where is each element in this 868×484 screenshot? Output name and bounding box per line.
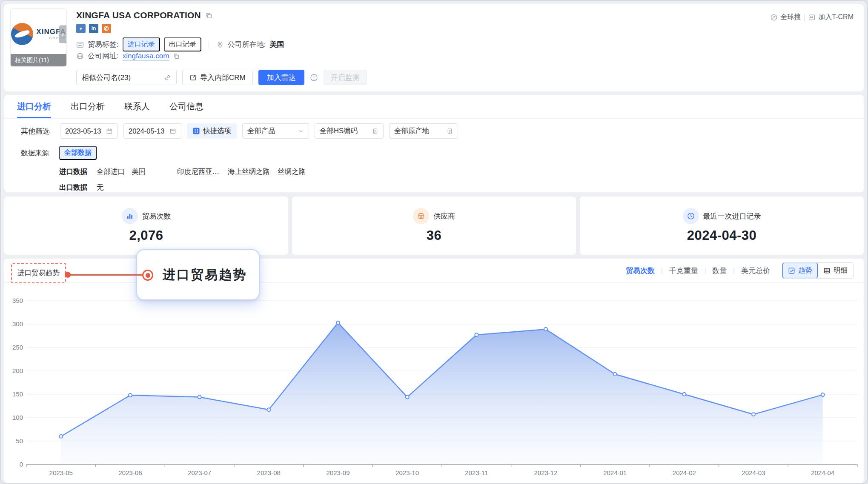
linkedin-icon[interactable]: in [89,24,98,33]
view-trend-button[interactable]: 趋势 [782,263,818,278]
metric-trade-count[interactable]: 贸易次数 [626,266,655,276]
logo-next-arrow[interactable]: › [59,25,66,43]
tab-import-analysis[interactable]: 进口分析 [17,95,51,118]
copy-company-name-icon[interactable] [205,12,212,19]
svg-text:2023-10: 2023-10 [395,469,419,476]
view-detail-button[interactable]: 明细 [818,263,853,278]
add-radar-button[interactable]: 加入雷达 [258,70,304,85]
table-icon [823,267,831,274]
date-start-input[interactable]: 2023-05-13 [60,123,118,139]
svg-text:150: 150 [12,390,23,398]
svg-text:2024-04: 2024-04 [811,469,834,476]
global-search-icon [770,14,778,21]
metric-kg-weight[interactable]: 千克重量 [669,266,698,276]
data-source-label: 数据来源 [21,148,59,158]
supplier-icon [413,208,429,224]
website-link[interactable]: xingfausa.com [123,52,169,60]
svg-text:2023-09: 2023-09 [326,469,349,476]
import-crm-button[interactable]: 导入内部CRM [182,70,253,85]
other-filter-label: 其他筛选 [21,126,54,136]
svg-text:2024-02: 2024-02 [673,469,696,476]
metric-usd-total[interactable]: 美元总价 [741,266,770,276]
svg-text:2024-03: 2024-03 [742,469,765,476]
trend-chart-card: 进口贸易趋势 贸易次数 | 千克重量 | 数量 | 美元总价 趋势 明细 [4,259,864,483]
tab-company-info[interactable]: 公司信息 [169,95,203,118]
app-window: XINGFA GROUP › 相关图片(11) XINGFA USA CORPO… [0,0,868,484]
stat-card-latest-import: 最近一次进口记录 2024-04-30 [580,196,864,255]
chart-header: 进口贸易趋势 贸易次数 | 千克重量 | 数量 | 美元总价 趋势 明细 [4,259,864,283]
svg-text:300: 300 [12,320,23,327]
tab-bar: 进口分析 出口分析 联系人 公司信息 [4,95,864,119]
divider [209,41,209,48]
import-data-row: 进口数据 全部进口 美国 印度尼西亚… 海上丝绸之路 丝绸之路 [4,167,864,177]
trend-chart-svg[interactable]: 0501001502002503003502023-052023-062023-… [4,283,865,483]
svg-text:2023-06: 2023-06 [118,469,142,476]
start-monitor-button[interactable]: 开启监测 [324,70,367,85]
export-data-label: 出口数据 [59,183,88,192]
info-icon[interactable] [310,74,318,82]
similar-companies-button[interactable]: 相似公司名(23) [76,70,177,85]
svg-text:2023-11: 2023-11 [465,469,488,476]
tab-contacts[interactable]: 联系人 [124,95,150,118]
link-icon [164,74,171,81]
company-header-card: XINGFA GROUP › 相关图片(11) XINGFA USA CORPO… [4,4,864,91]
product-select[interactable]: 全部产品 [242,123,309,139]
company-name: XINGFA USA CORPORATION [76,10,201,20]
bar-chart-icon [122,208,138,224]
document-icon [447,128,453,134]
export-record-tag[interactable]: 出口记录 [164,37,201,51]
trade-tag-icon [76,41,84,48]
source-item[interactable]: 丝绸之路 [278,167,306,177]
svg-text:2023-07: 2023-07 [188,469,211,476]
tcrm-icon [808,14,816,21]
svg-text:200: 200 [12,367,23,374]
stat-label: 供应商 [433,211,455,221]
svg-text:0: 0 [20,461,23,468]
date-end-input[interactable]: 2024-05-13 [123,123,181,139]
source-item[interactable]: 美国 [132,167,146,177]
origin-select[interactable]: 全部原产地 [389,123,458,139]
export-data-row: 出口数据 无 [4,183,864,192]
trade-tag-label: 贸易标签: [88,40,119,49]
location-label: 公司所在地: [228,40,266,49]
svg-text:2024-01: 2024-01 [603,469,627,476]
source-item[interactable]: 印度尼西亚… [177,167,219,177]
website-icon[interactable]: e [76,24,86,33]
svg-text:2023-05: 2023-05 [49,469,73,476]
svg-text:2023-12: 2023-12 [534,469,557,476]
import-data-label: 进口数据 [59,167,88,177]
svg-text:100: 100 [12,414,23,421]
tab-export-analysis[interactable]: 出口分析 [71,95,105,118]
metric-quantity[interactable]: 数量 [712,266,727,276]
import-record-tag[interactable]: 进口记录 [123,37,160,51]
hs-code-select[interactable]: 全部HS编码 [315,123,384,139]
stat-value: 2024-04-30 [687,228,757,243]
trend-icon [788,267,795,274]
globe-icon [76,52,84,60]
company-logo[interactable]: XINGFA GROUP › 相关图片(11) [10,9,67,67]
svg-text:250: 250 [12,344,23,351]
phone-icon[interactable]: ✆ [102,24,111,33]
source-item[interactable]: 全部进口 [97,167,125,177]
svg-text:50: 50 [16,437,23,444]
svg-text:2023-08: 2023-08 [257,469,281,476]
related-images-label[interactable]: 相关图片(11) [11,54,66,66]
calendar-icon [169,128,176,134]
divider [804,14,805,21]
source-item[interactable]: 海上丝绸之路 [228,167,270,177]
location-pin-icon [216,41,224,48]
view-toggle: 趋势 明细 [782,262,854,279]
website-label: 公司网址: [88,51,119,61]
calendar-icon [106,128,113,134]
copy-website-icon[interactable] [173,53,180,60]
stat-value: 2,076 [129,228,163,243]
stat-label: 贸易次数 [142,211,171,221]
location-value: 美国 [269,40,284,49]
data-source-row: 数据来源 全部数据 [4,146,864,160]
stats-row: 贸易次数 2,076 供应商 36 最近一次进口记录 2024-04-30 [4,196,864,255]
all-data-chip[interactable]: 全部数据 [59,146,97,160]
join-tcrm-link[interactable]: 加入T-CRM [808,13,854,22]
global-search-link[interactable]: 全球搜 [770,13,801,22]
analysis-card: 进口分析 出口分析 联系人 公司信息 其他筛选 2023-05-13 2024-… [4,95,864,192]
quick-options-button[interactable]: 快捷选项 [187,123,237,139]
